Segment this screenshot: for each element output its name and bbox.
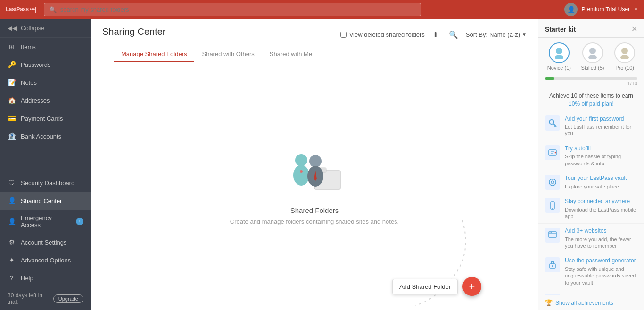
item-text: Add 3+ websites The more you add, the fe…	[565, 228, 637, 249]
panel-item-first-password[interactable]: Add your first password Let LastPass rem…	[538, 112, 644, 141]
sidebar-item-account-settings[interactable]: ⚙ Account Settings	[0, 233, 91, 251]
grid-icon: ⊞	[8, 42, 16, 51]
sidebar-item-security-dashboard[interactable]: 🛡 Security Dashboard	[0, 174, 91, 192]
sort-label: Sort By:	[466, 31, 487, 38]
collapse-icon: ◀◀	[8, 24, 17, 32]
skilled-circle	[582, 42, 603, 63]
sidebar-item-label: Payment Cards	[21, 115, 63, 122]
novice-label: Novice (1)	[547, 65, 571, 71]
sidebar-item-label: Addresses	[21, 97, 50, 104]
svg-point-9	[555, 55, 563, 59]
search-button[interactable]: 🔍	[446, 28, 461, 41]
level-novice: Novice (1)	[547, 42, 571, 71]
view-deleted-checkbox[interactable]	[340, 32, 347, 38]
sort-value: Name (a-z)	[489, 31, 520, 38]
bank-icon: 🏦	[8, 132, 16, 140]
view-deleted-label[interactable]: View deleted shared folders	[340, 31, 425, 38]
content-area: Sharing Center View deleted shared folde…	[91, 19, 538, 310]
card-icon: 💳	[8, 114, 16, 122]
sidebar-item-label: Passwords	[21, 61, 51, 68]
user-menu[interactable]: 👤 Premium Trial User ▼	[564, 3, 638, 16]
item-text: Try autofill Skip the hassle of typing p…	[565, 145, 637, 167]
advanced-icon: ✦	[8, 256, 16, 264]
panel-item-share-password[interactable]: Share a password Safely share your strea…	[538, 290, 644, 295]
upgrade-button[interactable]: Upgrade	[53, 294, 83, 303]
sidebar-item-label: Security Dashboard	[21, 179, 74, 187]
panel-item-autofill[interactable]: Try autofill Skip the hassle of typing p…	[538, 141, 644, 171]
page-title: Sharing Center	[102, 26, 166, 37]
svg-point-10	[589, 48, 596, 54]
content-header: Sharing Center View deleted shared folde…	[91, 19, 538, 62]
topnav: LastPass•••| 🔍 👤 Premium Trial User ▼	[0, 0, 644, 19]
level-indicators: Novice (1) Skilled (5) Pro (10)	[538, 38, 644, 75]
level-skilled: Skilled (5)	[581, 42, 604, 71]
sidebar-item-notes[interactable]: 📝 Notes	[0, 73, 91, 91]
chevron-down-icon: ▼	[634, 7, 638, 12]
key-icon	[545, 115, 560, 131]
search-bar[interactable]: 🔍	[44, 3, 421, 16]
svg-marker-20	[554, 152, 556, 154]
progress-bar-bg	[545, 77, 637, 80]
empty-title: Shared Folders	[290, 206, 339, 214]
item-text: Stay connected anywhere Download the Las…	[565, 198, 637, 220]
panel-items-list[interactable]: Add your first password Let LastPass rem…	[538, 110, 644, 295]
svg-point-13	[620, 55, 629, 59]
sort-chevron-icon: ▼	[522, 32, 527, 37]
svg-point-22	[551, 181, 554, 184]
sort-control[interactable]: Sort By: Name (a-z) ▼	[466, 31, 527, 38]
show-all-achievements-link[interactable]: Show all achievements	[555, 300, 613, 306]
search-icon: 🔍	[49, 6, 57, 13]
sidebar-item-advanced-options[interactable]: ✦ Advanced Options	[0, 251, 91, 269]
export-button[interactable]: ⬆	[429, 28, 441, 41]
svg-point-4	[300, 170, 303, 173]
sidebar-item-payment-cards[interactable]: 💳 Payment Cards	[0, 109, 91, 127]
sidebar-item-passwords[interactable]: 🔑 Passwords	[0, 56, 91, 73]
emergency-badge: !	[76, 218, 83, 225]
sidebar-item-emergency-access[interactable]: 👤 Emergency Access !	[0, 210, 91, 233]
starter-kit-panel: Starter kit ✕ Novice (1) Skilled (5)	[538, 19, 644, 310]
item-text: Add your first password Let LastPass rem…	[565, 115, 637, 137]
sidebar-item-label: Account Settings	[21, 239, 67, 246]
user-name: Premium Trial User	[581, 6, 630, 13]
earn-highlight: 10% off paid plan!	[545, 100, 637, 108]
key-icon: 🔑	[8, 60, 16, 69]
svg-point-8	[556, 48, 562, 54]
progress-bar-fill	[545, 77, 554, 80]
svg-point-5	[309, 155, 322, 167]
sidebar-item-help[interactable]: ? Help	[0, 269, 91, 287]
sidebar-item-all-items[interactable]: ⊞ Items	[0, 38, 91, 56]
empty-state: Shared Folders Create and manage folders…	[230, 147, 399, 225]
tab-shared-with-others[interactable]: Shared with Others	[194, 47, 262, 62]
shield-icon: 🛡	[8, 179, 16, 187]
shared-folders-illustration	[281, 147, 347, 199]
svg-point-29	[551, 232, 552, 233]
sidebar-item-sharing-center[interactable]: 👤 Sharing Center	[0, 192, 91, 210]
sidebar-item-label: Items	[21, 43, 36, 50]
tab-shared-with-me[interactable]: Shared with Me	[262, 47, 320, 62]
panel-item-add-websites[interactable]: Add 3+ websites The more you add, the fe…	[538, 224, 644, 253]
tabs-bar: Manage Shared Folders Shared with Others…	[102, 47, 527, 62]
svg-point-11	[588, 55, 597, 59]
add-folder-area: Add Shared Folder +	[392, 277, 481, 296]
close-icon[interactable]: ✕	[631, 24, 637, 33]
svg-point-28	[550, 232, 551, 233]
panel-item-stay-connected[interactable]: Stay connected anywhere Download the Las…	[538, 194, 644, 224]
item-text: Use the password generator Stay safe wit…	[565, 257, 637, 286]
panel-item-tour-vault[interactable]: Tour your LastPass vault Explore your sa…	[538, 171, 644, 194]
sidebar-trial-bar: 30 days left in trial. Upgrade	[0, 287, 91, 310]
search-input[interactable]	[60, 6, 416, 13]
sidebar-item-label: Help	[21, 275, 33, 282]
panel-footer: 🏆 Show all achievements	[538, 295, 644, 310]
progress-text: 1/10	[545, 81, 637, 86]
collapse-button[interactable]: ◀◀ Collapse	[0, 19, 91, 38]
svg-point-14	[549, 120, 554, 124]
add-shared-folder-button[interactable]: +	[462, 277, 481, 296]
sidebar-item-bank-accounts[interactable]: 🏦 Bank Accounts	[0, 127, 91, 145]
tab-manage-shared-folders[interactable]: Manage Shared Folders	[114, 47, 194, 62]
svg-point-31	[552, 265, 553, 267]
emergency-icon: 👤	[8, 217, 16, 226]
svg-point-3	[293, 165, 309, 186]
level-pro: Pro (10)	[614, 42, 635, 71]
panel-item-password-generator[interactable]: Use the password generator Stay safe wit…	[538, 253, 644, 290]
sidebar-item-addresses[interactable]: 🏠 Addresses	[0, 91, 91, 109]
